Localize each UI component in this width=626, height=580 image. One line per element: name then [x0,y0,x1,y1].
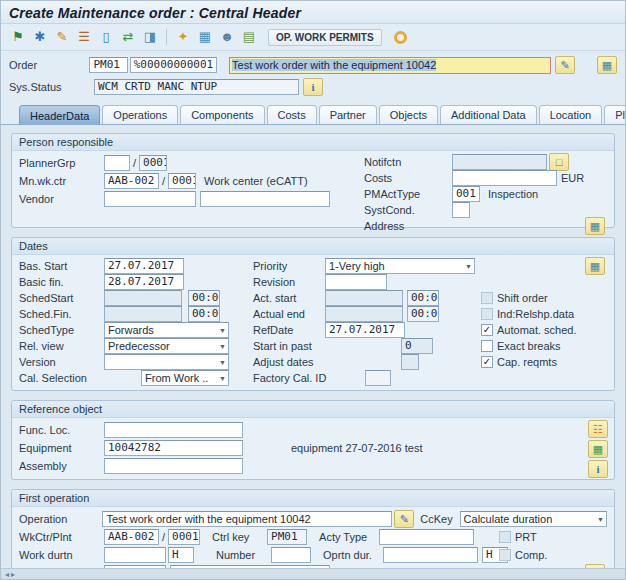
chevron-down-icon: ▼ [219,359,226,366]
start-in-past-field[interactable]: 0 [401,338,433,354]
act-start-label: Act. start [253,292,325,304]
work-durtn-field[interactable] [104,547,166,563]
schedstart-time-field[interactable]: 00:00 [188,290,220,306]
cal-selection-select[interactable]: From Work ..▼ [141,370,229,386]
plannergrp-group-field[interactable]: 0001 [139,155,167,171]
wkctr-field[interactable]: AAB-002 [104,529,159,545]
tab-operations[interactable]: Operations [102,105,178,124]
tab-objects[interactable]: Objects [379,105,438,124]
number-field[interactable] [271,547,311,563]
work-durtn-label: Work durtn [19,549,104,561]
info-lamp-icon[interactable] [394,31,407,44]
mnwkctr-field[interactable]: AAB-002 [104,173,159,189]
version-select[interactable]: ▼ [104,354,229,370]
tab-costs[interactable]: Costs [267,105,317,124]
release-flag-icon[interactable]: ⚑ [9,28,27,46]
work-durtn-unit-field[interactable]: H [168,547,194,563]
object-link-icon[interactable]: ▦ [588,440,608,458]
schedtype-label: SchedType [19,324,104,336]
exact-breaks-checkbox[interactable] [481,340,493,352]
op-work-permits-button[interactable]: OP. WORK PERMITS [268,29,382,46]
act-start-time-field[interactable]: 00:00 [407,290,439,306]
systcond-field[interactable] [452,202,470,218]
basic-fin-field[interactable]: 28.07.2017 [104,274,184,290]
operation-longtext-pencil-icon[interactable]: ✎ [394,510,414,528]
schedfin-time-field[interactable]: 00:00 [188,306,220,322]
cal-selection-label: Cal. Selection [19,372,104,384]
safety-glove-icon[interactable]: ◨ [141,28,159,46]
factory-cal-field[interactable] [365,370,391,386]
scroll-left-icon[interactable]: ◂ [5,570,9,579]
object-info-icon[interactable]: i [588,460,608,478]
actual-end-field[interactable] [325,306,403,322]
partner-person-icon[interactable]: ☻ [218,28,236,46]
equipment-field[interactable]: 10042782 [104,440,243,456]
dates-detail-icon[interactable]: ▦ [585,257,605,275]
refdate-field[interactable]: 27.07.2017 [325,322,405,338]
pmacttype-field[interactable]: 001 [452,186,480,202]
put-in-process-icon[interactable]: ✱ [31,28,49,46]
systcond-label: SystCond. [364,204,452,216]
version-label: Version [19,356,104,368]
hierarchy-list-icon[interactable]: ☰ [75,28,93,46]
priority-select[interactable]: 1-Very high▼ [325,258,475,274]
worklist-table-icon[interactable]: ▦ [196,28,214,46]
cap-reqmts-checkbox[interactable]: ✓ [481,356,493,368]
schedstart-label: SchedStart [19,292,104,304]
operation-field[interactable]: Test work order with the equipment 10042 [102,511,392,527]
notifctn-field[interactable] [452,154,547,170]
costs-field[interactable] [452,170,557,186]
status-info-icon[interactable]: i [303,78,323,96]
adjust-dates-field[interactable] [401,354,419,370]
vendor-field[interactable] [104,191,196,207]
ind-relshp-checkbox[interactable] [481,308,493,320]
shift-order-checkbox[interactable] [481,292,493,304]
cckey-select[interactable]: Calculate duration▼ [460,511,607,527]
comp-label: Comp. [515,549,547,561]
settlement-rule-icon[interactable]: ▦ [597,56,617,74]
order-number-field[interactable]: %00000000001 [130,57,217,73]
tab-headerdata[interactable]: HeaderData [19,105,100,125]
address-detail-icon[interactable]: ▦ [585,217,605,235]
structure-list-icon[interactable]: ☷ [588,420,608,438]
schedfin-field[interactable] [104,306,182,322]
wkctr-plant-field[interactable]: 0001 [168,529,200,545]
document-icon[interactable]: ▯ [97,28,115,46]
order-description-field[interactable]: Test work order with the equipment 10042 [229,57,551,74]
vendor-label: Vendor [19,193,104,205]
actual-end-time-field[interactable]: 00:00 [407,306,439,322]
transfer-icon[interactable]: ⇄ [119,28,137,46]
create-notification-icon[interactable]: □ [549,153,569,171]
vendor-name-field[interactable] [200,191,330,207]
tab-components[interactable]: Components [180,105,264,124]
permit-clipboard-icon[interactable]: ▤ [240,28,258,46]
rel-view-select[interactable]: Predecessor▼ [104,338,229,354]
tab-partner[interactable]: Partner [319,105,377,124]
func-loc-field[interactable] [104,422,243,438]
page-title: Create Maintenance order : Central Heade… [9,5,301,21]
order-type-field[interactable]: PM01 [89,57,127,73]
automat-sched-checkbox[interactable]: ✓ [481,324,493,336]
schedtype-select[interactable]: Forwards▼ [104,322,229,338]
components-icon[interactable]: ✦ [174,28,192,46]
act-start-field[interactable] [325,290,403,306]
mnwkctr-plant-field[interactable]: 0001 [168,173,196,189]
comp-checkbox[interactable] [499,549,511,561]
ctrl-key-field[interactable]: PM01 [267,529,307,545]
scroll-right-icon[interactable]: ▸ [11,570,15,579]
bas-start-field[interactable]: 27.07.2017 [104,258,184,274]
revision-field[interactable] [325,274,387,290]
plannergrp-field[interactable] [104,155,130,171]
edit-wand-icon[interactable]: ✎ [53,28,71,46]
oprtn-dur-field[interactable] [383,547,478,563]
schedstart-field[interactable] [104,290,182,306]
long-text-pencil-icon[interactable]: ✎ [555,56,575,74]
assembly-field[interactable] [104,458,243,474]
toolbar-separator [166,29,167,45]
acty-type-field[interactable] [379,529,474,545]
tab-additional-data[interactable]: Additional Data [440,105,537,124]
tab-location[interactable]: Location [539,105,603,124]
tab-planning[interactable]: Planning [604,105,626,124]
prt-checkbox[interactable] [499,531,511,543]
schedfin-label: Sched.Fin. [19,308,104,320]
